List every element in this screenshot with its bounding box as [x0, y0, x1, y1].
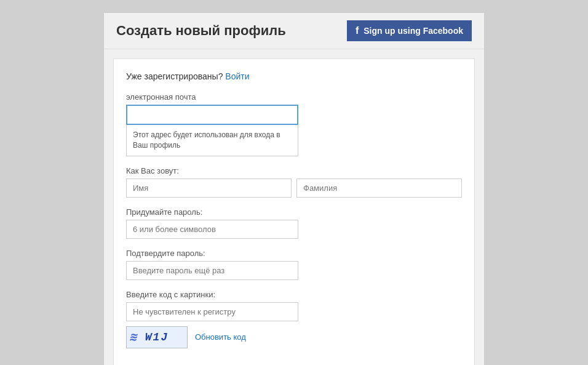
page-title: Создать новый профиль — [116, 23, 286, 39]
last-name-input[interactable] — [296, 178, 462, 198]
facebook-icon: f — [356, 25, 359, 36]
facebook-button-label: Sign up using Facebook — [364, 26, 463, 36]
email-label: электронная почта — [126, 92, 462, 102]
password-label: Придумайте пароль: — [126, 207, 462, 217]
name-label: Как Вас зовут: — [126, 166, 462, 175]
email-input[interactable] — [126, 105, 298, 125]
captcha-input[interactable] — [126, 302, 298, 321]
captcha-text: W1J — [145, 331, 169, 343]
already-registered-text: Уже зарегистрированы? — [126, 71, 223, 81]
refresh-captcha-link[interactable]: Обновить код — [195, 332, 246, 342]
registration-page: Создать новый профиль f Sign up using Fa… — [103, 12, 485, 365]
email-field-group: электронная почта Этот адрес будет испол… — [126, 92, 462, 156]
login-link[interactable]: Войти — [225, 71, 249, 81]
confirm-password-input[interactable] — [126, 261, 298, 280]
page-header: Создать новый профиль f Sign up using Fa… — [104, 13, 484, 49]
email-hint: Этот адрес будет использован для входа в… — [126, 125, 298, 156]
first-name-input[interactable] — [126, 178, 292, 198]
registration-form: Уже зарегистрированы? Войти электронная … — [113, 58, 475, 365]
password-field-group: Придумайте пароль: — [126, 207, 462, 239]
captcha-field-group: Введите код с картинки: ≋ W1J Обновить к… — [126, 290, 462, 348]
name-row — [126, 178, 462, 198]
confirm-password-field-group: Подтвердите пароль: — [126, 249, 462, 280]
facebook-signup-button[interactable]: f Sign up using Facebook — [347, 20, 472, 41]
confirm-password-label: Подтвердите пароль: — [126, 249, 462, 258]
captcha-label: Введите код с картинки: — [126, 290, 462, 299]
captcha-image: ≋ W1J — [126, 326, 188, 348]
name-field-group: Как Вас зовут: — [126, 166, 462, 198]
already-registered-section: Уже зарегистрированы? Войти — [126, 71, 462, 81]
password-input[interactable] — [126, 220, 298, 239]
captcha-wing-icon: ≋ — [129, 329, 138, 345]
captcha-row: ≋ W1J Обновить код — [126, 326, 462, 348]
